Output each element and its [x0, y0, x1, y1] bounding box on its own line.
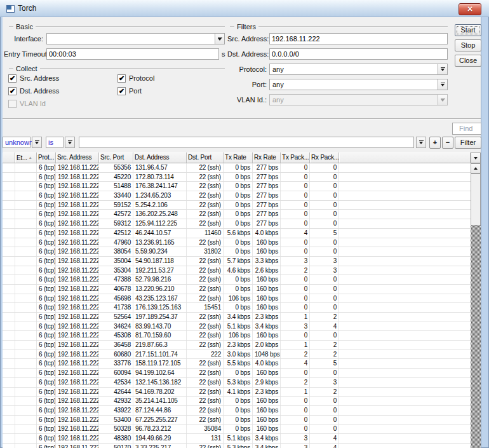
table-row[interactable]: 6 (tcp)192.168.11.222501703.33.225.21722… — [3, 444, 471, 448]
table-row[interactable]: 6 (tcp)192.168.11.2226009494.199.102.642… — [3, 369, 471, 378]
collect-checkbox-protocol[interactable]: ✔Protocol — [117, 74, 154, 83]
filter-value-input[interactable] — [79, 137, 414, 148]
table-row[interactable]: 6 (tcp)192.168.11.22260680217.151.101.74… — [3, 350, 471, 360]
table-row[interactable]: 6 (tcp)192.168.11.22252564197.189.254.37… — [3, 313, 471, 322]
interface-value[interactable] — [46, 33, 215, 44]
remove-filter-button[interactable]: − — [442, 137, 453, 149]
cell-src-port: 45698 — [99, 294, 133, 303]
header-cell-src-address[interactable]: Src. Address — [56, 153, 99, 163]
table-row[interactable]: 6 (tcp)192.168.11.222380545.59.90.234318… — [3, 247, 471, 257]
filter-field-combo[interactable]: unknown — [3, 137, 30, 148]
scrollbar-thumb[interactable] — [471, 173, 481, 226]
filter-combo-value[interactable]: any — [269, 64, 438, 75]
header-cell-rx-packets[interactable]: Rx Pack... — [310, 153, 339, 163]
collect-checkbox-src-address[interactable]: ✔Src. Address — [8, 74, 59, 83]
filter-operator-dropdown-icon[interactable] — [65, 137, 75, 148]
table-row[interactable]: 6 (tcp)192.168.11.22248380194.49.66.2913… — [3, 434, 471, 444]
filter-combo-dropdown-icon[interactable] — [438, 79, 448, 90]
table-row[interactable]: 6 (tcp)192.168.11.2225032896.78.23.21235… — [3, 424, 471, 434]
table-row[interactable]: 6 (tcp)192.168.11.22242534132.145.136.18… — [3, 378, 471, 388]
cell-dst-port: 22 (ssh) — [187, 182, 224, 191]
table-row[interactable]: 6 (tcp)192.168.11.22241738176.139.125.16… — [3, 303, 471, 313]
cell-tx-rate: 0 bps — [224, 416, 253, 424]
filter-combo-port[interactable]: any — [269, 79, 448, 90]
column-selector-button[interactable] — [471, 153, 481, 163]
collect-checkbox-port[interactable]: ✔Port — [117, 86, 142, 95]
filter-combo-vlan-id[interactable]: any — [269, 94, 448, 105]
cell-flag — [3, 322, 15, 331]
cell-protocol: 6 (tcp) — [37, 229, 56, 238]
header-cell-dst-address[interactable]: Dst. Address — [133, 153, 187, 163]
table-row[interactable]: 6 (tcp)192.168.11.22242572136.202.25.248… — [3, 210, 471, 219]
cell-flag — [3, 210, 15, 219]
checkbox-checked-icon[interactable]: ✔ — [117, 87, 126, 95]
table-row[interactable]: 6 (tcp)192.168.11.2223500454.90.187.1182… — [3, 257, 471, 266]
table-row[interactable]: 6 (tcp)192.168.11.2224293235.214.141.105… — [3, 397, 471, 406]
cell-dst-address: 158.119.172.105 — [133, 359, 187, 368]
interface-combo[interactable] — [46, 33, 225, 44]
table-row[interactable]: 6 (tcp)192.168.11.22255356131.96.4.5722 … — [3, 163, 471, 173]
checkbox-checked-icon[interactable]: ✔ — [117, 74, 126, 83]
torch-window: Torch × Basic Interface: Entry Timeout: … — [0, 0, 489, 448]
scrollbar-track[interactable] — [471, 226, 481, 448]
cell-rx-packets: 0 — [310, 397, 339, 405]
cell-flag — [3, 229, 15, 238]
table-row[interactable]: 6 (tcp)192.168.11.2224251246.244.10.5711… — [3, 229, 471, 238]
filter-combo-value[interactable]: any — [269, 94, 438, 105]
table-row[interactable]: 6 (tcp)192.168.11.22233776158.119.172.10… — [3, 359, 471, 369]
collect-checkbox-dst-address[interactable]: ✔Dst. Address — [8, 86, 59, 95]
checkbox-checked-icon[interactable]: ✔ — [8, 87, 17, 95]
add-filter-button[interactable]: + — [429, 137, 441, 149]
header-cell-protocol[interactable]: Prot... — [37, 153, 56, 163]
header-cell-src-port[interactable]: Src. Port — [99, 153, 133, 163]
scrollbar-up-button[interactable] — [471, 163, 481, 173]
header-cell-dst-port[interactable]: Dst. Port — [187, 153, 224, 163]
table-row[interactable]: 6 (tcp)192.168.11.222591525.254.2.10622 … — [3, 201, 471, 210]
header-cell-tx-rate[interactable]: Tx Rate — [224, 153, 253, 163]
filter-combo-value[interactable]: any — [269, 79, 438, 90]
table-row[interactable]: 6 (tcp)192.168.11.2223462483.99.143.7022… — [3, 322, 471, 332]
table-row[interactable]: 6 (tcp)192.168.11.22259312125.94.112.225… — [3, 219, 471, 229]
header-cell-rx-rate[interactable]: Rx Rate — [253, 153, 281, 163]
table-row[interactable]: 6 (tcp)192.168.11.2224796013.236.91.1652… — [3, 238, 471, 248]
header-cell-ethertype[interactable]: Et...▲ — [15, 153, 37, 163]
stop-button[interactable]: Stop — [455, 39, 481, 51]
close-window-button[interactable]: × — [459, 3, 481, 15]
cell-tx-packets: 4 — [281, 359, 310, 368]
checkbox-unchecked-icon[interactable] — [8, 100, 17, 108]
filter-operator-combo[interactable]: is — [46, 137, 64, 148]
filter-input-dst-address[interactable] — [269, 48, 448, 60]
cell-tx-rate: 3.4 kbps — [224, 313, 253, 322]
close-button[interactable]: Close — [455, 55, 481, 67]
interface-dropdown-icon[interactable] — [215, 33, 225, 44]
table-row[interactable]: 6 (tcp)192.168.11.22251488176.38.241.147… — [3, 182, 471, 191]
titlebar[interactable]: Torch × — [0, 0, 489, 17]
entry-timeout-input[interactable] — [46, 48, 219, 60]
filter-input-src-address[interactable] — [269, 33, 448, 44]
cell-dst-port: 22 (ssh) — [187, 331, 224, 340]
basic-legend-label: Basic — [13, 23, 36, 31]
filter-field-dropdown-icon[interactable] — [32, 137, 42, 148]
table-row[interactable]: 6 (tcp)192.168.11.22236458219.87.66.322 … — [3, 341, 471, 350]
filter-value-dropdown-icon[interactable] — [416, 137, 426, 148]
table-row[interactable]: 6 (tcp)192.168.11.2224569843.235.123.167… — [3, 294, 471, 304]
table-row[interactable]: 6 (tcp)192.168.11.2225340067.225.255.227… — [3, 416, 471, 425]
filter-button[interactable]: Filter — [455, 137, 481, 149]
table-row[interactable]: 6 (tcp)192.168.11.2224530881.70.159.6022… — [3, 331, 471, 341]
checkbox-checked-icon[interactable]: ✔ — [8, 74, 17, 83]
find-input[interactable]: Find — [452, 123, 481, 135]
start-button[interactable]: Start — [455, 24, 481, 36]
table-row[interactable]: 6 (tcp)192.168.11.222334401.234.65.20322… — [3, 191, 471, 201]
filter-combo-dropdown-icon[interactable] — [438, 64, 448, 75]
header-cell-flag[interactable] — [3, 153, 15, 163]
filter-combo-protocol[interactable]: any — [269, 64, 448, 75]
table-row[interactable]: 6 (tcp)192.168.11.22245220172.80.73.1142… — [3, 173, 471, 182]
table-row[interactable]: 6 (tcp)192.168.11.22235304192.211.53.272… — [3, 266, 471, 276]
cell-dst-port: 31802 — [187, 247, 224, 256]
table-row[interactable]: 6 (tcp)192.168.11.2224067813.220.96.2102… — [3, 285, 471, 294]
table-row[interactable]: 6 (tcp)192.168.11.2224264454.169.78.2022… — [3, 388, 471, 397]
table-row[interactable]: 6 (tcp)192.168.11.2224738852.79.98.21622… — [3, 275, 471, 285]
header-cell-tx-packets[interactable]: Tx Pack... — [281, 153, 310, 163]
table-row[interactable]: 6 (tcp)192.168.11.2224392287.124.44.8622… — [3, 406, 471, 416]
collect-checkbox-vlan-id[interactable]: VLAN Id — [8, 99, 46, 108]
